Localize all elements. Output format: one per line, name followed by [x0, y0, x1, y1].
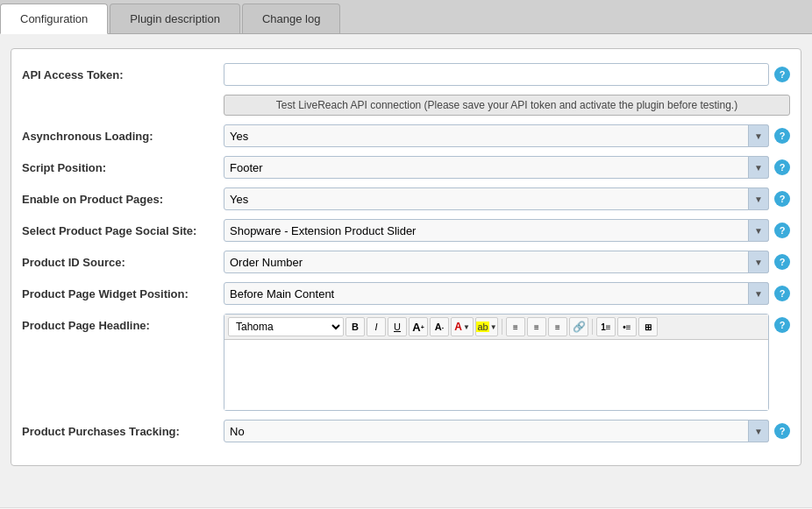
rte-link-button[interactable]: 🔗 — [569, 317, 588, 336]
product-purchases-tracking-select-wrap: No Yes ▼ — [224, 420, 769, 442]
rte-underline-button[interactable]: U — [388, 317, 407, 336]
rte-unordered-list-button[interactable]: •≡ — [617, 317, 637, 336]
product-purchases-tracking-select[interactable]: No Yes — [224, 420, 769, 442]
rte-highlight-button[interactable]: ab ▼ — [475, 317, 498, 336]
widget-position-wrap: Before Main Content After Main Content ▼… — [224, 282, 790, 305]
product-page-social-site-select-wrap: Shopware - Extension Product Slider Othe… — [224, 219, 769, 242]
product-purchases-tracking-help-icon[interactable]: ? — [774, 423, 790, 439]
enable-product-pages-wrap: Yes No ▼ ? — [224, 187, 790, 210]
api-access-token-row: API Access Token: ? — [22, 63, 790, 86]
widget-position-row: Product Page Widget Position: Before Mai… — [22, 282, 790, 305]
enable-product-pages-row: Enable on Product Pages: Yes No ▼ ? — [22, 187, 790, 210]
async-loading-help-icon[interactable]: ? — [774, 128, 790, 144]
tabs-bar: Configuration Plugin description Change … — [0, 0, 812, 34]
async-loading-row: Asynchronous Loading: Yes No ▼ ? — [22, 124, 790, 147]
product-id-source-row: Product ID Source: Order Number Product … — [22, 251, 790, 273]
async-loading-wrap: Yes No ▼ ? — [224, 124, 790, 147]
tab-configuration[interactable]: Configuration — [0, 4, 108, 34]
product-page-social-site-help-icon[interactable]: ? — [774, 223, 790, 238]
enable-product-pages-select[interactable]: Yes No — [224, 187, 769, 210]
test-btn-wrap: Test LiveReach API connection (Please sa… — [224, 95, 790, 116]
script-position-help-icon[interactable]: ? — [774, 159, 790, 175]
rte-source-button[interactable]: ⊞ — [638, 317, 658, 336]
script-position-wrap: Footer Header ▼ ? — [224, 156, 790, 179]
script-position-select-wrap: Footer Header ▼ — [224, 156, 769, 179]
product-id-source-help-icon[interactable]: ? — [774, 254, 790, 270]
content-area: API Access Token: ? Test LiveReach API c… — [0, 34, 812, 507]
product-id-source-wrap: Order Number Product ID ▼ ? — [224, 251, 790, 273]
rte-font-select[interactable]: Tahoma Arial Verdana Times New Roman — [228, 317, 344, 336]
product-id-source-select[interactable]: Order Number Product ID — [224, 251, 769, 273]
product-purchases-tracking-row: Product Purchases Tracking: No Yes ▼ ? — [22, 420, 790, 442]
product-page-headline-label: Product Page Headline: — [22, 314, 224, 332]
widget-position-select[interactable]: Before Main Content After Main Content — [224, 282, 769, 305]
product-id-source-label: Product ID Source: — [22, 256, 224, 269]
api-access-token-wrap: ? — [224, 63, 790, 86]
rte-align-left-button[interactable]: ≡ — [506, 317, 525, 336]
product-page-headline-row: Product Page Headline: Tahoma Arial Verd… — [22, 314, 790, 411]
script-position-label: Script Position: — [22, 161, 224, 174]
async-loading-select[interactable]: Yes No — [224, 124, 769, 147]
widget-position-label: Product Page Widget Position: — [22, 287, 224, 300]
tab-change-log[interactable]: Change log — [242, 4, 341, 33]
test-connection-button[interactable]: Test LiveReach API connection (Please sa… — [224, 95, 790, 116]
rte-bold-button[interactable]: B — [345, 317, 365, 336]
rte-body[interactable] — [224, 340, 768, 410]
rte-align-right-button[interactable]: ≡ — [548, 317, 567, 336]
product-page-social-site-select[interactable]: Shopware - Extension Product Slider Othe… — [224, 219, 769, 242]
rte-italic-button[interactable]: I — [367, 317, 386, 336]
enable-product-pages-help-icon[interactable]: ? — [774, 191, 790, 207]
product-page-headline-wrap: Tahoma Arial Verdana Times New Roman B I… — [224, 314, 790, 411]
api-access-token-input[interactable] — [224, 63, 769, 86]
test-button-row: Test LiveReach API connection (Please sa… — [22, 95, 790, 116]
script-position-select[interactable]: Footer Header — [224, 156, 769, 179]
api-access-token-help-icon[interactable]: ? — [774, 67, 790, 82]
rte-font-size-down-button[interactable]: A- — [430, 317, 449, 336]
rte-font-color-button[interactable]: A ▼ — [451, 317, 474, 336]
script-position-row: Script Position: Footer Header ▼ ? — [22, 156, 790, 179]
enable-product-pages-select-wrap: Yes No ▼ — [224, 187, 769, 210]
product-page-social-site-wrap: Shopware - Extension Product Slider Othe… — [224, 219, 790, 242]
async-loading-label: Asynchronous Loading: — [22, 130, 224, 143]
rte-container: Tahoma Arial Verdana Times New Roman B I… — [224, 314, 769, 411]
enable-product-pages-label: Enable on Product Pages: — [22, 193, 224, 206]
async-loading-select-wrap: Yes No ▼ — [224, 124, 769, 147]
rte-toolbar: Tahoma Arial Verdana Times New Roman B I… — [224, 315, 768, 340]
rte-ordered-list-button[interactable]: 1≡ — [596, 317, 616, 336]
product-page-headline-help-icon[interactable]: ? — [774, 317, 790, 333]
product-id-source-select-wrap: Order Number Product ID ▼ — [224, 251, 769, 273]
api-access-token-label: API Access Token: — [22, 68, 224, 81]
rte-align-center-button[interactable]: ≡ — [527, 317, 546, 336]
widget-position-help-icon[interactable]: ? — [774, 286, 790, 301]
product-page-social-site-row: Select Product Page Social Site: Shopwar… — [22, 219, 790, 242]
form-panel: API Access Token: ? Test LiveReach API c… — [11, 48, 801, 466]
product-purchases-tracking-wrap: No Yes ▼ ? — [224, 420, 790, 442]
page-wrapper: Configuration Plugin description Change … — [0, 0, 812, 509]
product-purchases-tracking-label: Product Purchases Tracking: — [22, 425, 224, 438]
tab-plugin-description[interactable]: Plugin description — [110, 4, 240, 33]
rte-separator-2 — [592, 319, 593, 335]
product-page-social-site-label: Select Product Page Social Site: — [22, 224, 224, 237]
widget-position-select-wrap: Before Main Content After Main Content ▼ — [224, 282, 769, 305]
rte-separator-1 — [502, 319, 502, 335]
rte-font-size-up-button[interactable]: A+ — [409, 317, 428, 336]
